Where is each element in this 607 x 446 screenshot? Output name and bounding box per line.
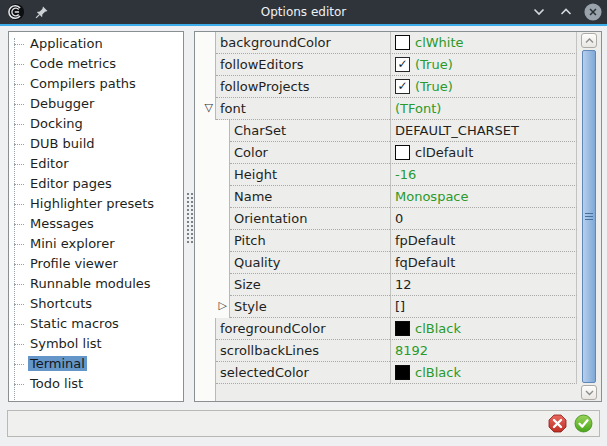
sidebar-item-docking[interactable]: Docking	[9, 114, 183, 134]
property-name: Name	[230, 186, 390, 208]
sidebar-item-terminal[interactable]: Terminal	[9, 354, 183, 374]
property-value-cell[interactable]: []	[390, 296, 577, 318]
property-row-Pitch[interactable]: PitchfpDefault	[195, 230, 581, 252]
property-row-followEditors[interactable]: followEditors✓(True)	[195, 54, 581, 76]
property-row-foregroundColor[interactable]: foregroundColorclBlack	[195, 318, 581, 340]
property-value-cell[interactable]: clBlack	[390, 318, 577, 340]
property-row-Size[interactable]: Size12	[195, 274, 581, 296]
collapse-triangle-icon[interactable]: ▽	[205, 101, 213, 115]
sidebar-item-todo-list[interactable]: Todo list	[9, 374, 183, 394]
sidebar-item-symbol-list[interactable]: Symbol list	[9, 334, 183, 354]
property-value-cell[interactable]: ✓(True)	[390, 54, 577, 76]
scrollbar-grip-icon	[585, 213, 593, 221]
maximize-chevron-up-icon[interactable]	[557, 3, 575, 21]
property-value-cell[interactable]: fqDefault	[390, 252, 577, 274]
sidebar-item-label: Editor	[28, 156, 70, 171]
sidebar-item-code-metrics[interactable]: Code metrics	[9, 54, 183, 74]
minimize-chevron-down-icon[interactable]	[530, 3, 548, 21]
property-row-Name[interactable]: NameMonospace	[195, 186, 581, 208]
sidebar-item-application[interactable]: Application	[9, 34, 183, 54]
property-name: followEditors	[216, 54, 390, 76]
sidebar-item-runnable-modules[interactable]: Runnable modules	[9, 274, 183, 294]
property-row-selectedColor[interactable]: selectedColorclBlack	[195, 362, 581, 384]
property-value-cell[interactable]: -16	[390, 164, 577, 186]
title-bar: Options editor	[0, 0, 607, 24]
sidebar-item-debugger[interactable]: Debugger	[9, 94, 183, 114]
row-indent-gutter	[195, 208, 230, 230]
property-value-cell[interactable]: clDefault	[390, 142, 577, 164]
property-name: Orientation	[230, 208, 390, 230]
property-value-text: clWhite	[415, 35, 464, 50]
property-name: Color	[230, 142, 390, 164]
sidebar-list: ApplicationCode metricsCompilers pathsDe…	[9, 32, 183, 394]
color-swatch	[395, 145, 410, 160]
sidebar-item-label: Debugger	[28, 96, 96, 111]
property-row-backgroundColor[interactable]: backgroundColorclWhite	[195, 32, 581, 54]
sidebar-item-compilers-paths[interactable]: Compilers paths	[9, 74, 183, 94]
property-value-text: clBlack	[415, 365, 461, 380]
sidebar-item-label: Static macros	[28, 316, 121, 331]
property-row-CharSet[interactable]: CharSetDEFAULT_CHARSET	[195, 120, 581, 142]
row-indent-gutter	[195, 142, 230, 164]
cancel-button[interactable]	[548, 414, 567, 433]
sidebar-item-editor-pages[interactable]: Editor pages	[9, 174, 183, 194]
sidebar-item-label: Editor pages	[28, 176, 114, 191]
property-value-text: DEFAULT_CHARSET	[395, 123, 519, 138]
sidebar-item-label: Mini explorer	[28, 236, 117, 251]
property-value-cell[interactable]: fpDefault	[390, 230, 577, 252]
vertical-scrollbar[interactable]	[581, 33, 597, 400]
sidebar-item-label: Application	[28, 36, 105, 51]
property-row-Orientation[interactable]: Orientation0	[195, 208, 581, 230]
property-name: backgroundColor	[216, 32, 390, 54]
property-value-cell[interactable]: Monospace	[390, 186, 577, 208]
sidebar-item-highlighter-presets[interactable]: Highlighter presets	[9, 194, 183, 214]
property-value-cell[interactable]: ✓(True)	[390, 76, 577, 98]
row-indent-gutter	[195, 186, 230, 208]
property-value-cell[interactable]: DEFAULT_CHARSET	[390, 120, 577, 142]
sidebar-item-profile-viewer[interactable]: Profile viewer	[9, 254, 183, 274]
property-value-cell[interactable]: 0	[390, 208, 577, 230]
property-name: foregroundColor	[216, 318, 390, 340]
property-row-Style[interactable]: ▷Style[]	[195, 296, 581, 318]
property-value-text: (True)	[415, 79, 453, 94]
accept-button[interactable]	[574, 414, 593, 433]
property-value-cell[interactable]: 8192	[390, 340, 577, 362]
scroll-down-button[interactable]	[581, 385, 597, 400]
sidebar-item-mini-explorer[interactable]: Mini explorer	[9, 234, 183, 254]
row-indent-gutter	[195, 76, 216, 98]
property-value-cell[interactable]: 12	[390, 274, 577, 296]
sidebar-item-shortcuts[interactable]: Shortcuts	[9, 294, 183, 314]
property-row-font[interactable]: ▽font(TFont)	[195, 98, 581, 120]
sidebar-item-label: Runnable modules	[28, 276, 153, 291]
checkbox-checked[interactable]: ✓	[395, 79, 410, 94]
property-value-cell[interactable]: clBlack	[390, 362, 577, 384]
property-value-cell[interactable]: (TFont)	[390, 98, 577, 120]
expand-triangle-icon[interactable]: ▷	[219, 299, 227, 313]
property-value-cell[interactable]: clWhite	[390, 32, 577, 54]
property-row-followProjects[interactable]: followProjects✓(True)	[195, 76, 581, 98]
close-button[interactable]	[584, 3, 602, 21]
checkbox-checked[interactable]: ✓	[395, 57, 410, 72]
property-row-Color[interactable]: ColorclDefault	[195, 142, 581, 164]
sidebar-item-static-macros[interactable]: Static macros	[9, 314, 183, 334]
sidebar-item-editor[interactable]: Editor	[9, 154, 183, 174]
property-value-text: []	[395, 299, 405, 314]
sidebar-item-dub-build[interactable]: DUB build	[9, 134, 183, 154]
property-value-text: 12	[395, 277, 412, 292]
scrollbar-thumb[interactable]	[582, 50, 596, 383]
sidebar-item-label: DUB build	[28, 136, 97, 151]
property-row-Height[interactable]: Height-16	[195, 164, 581, 186]
property-row-scrollbackLines[interactable]: scrollbackLines8192	[195, 340, 581, 362]
sidebar-item-messages[interactable]: Messages	[9, 214, 183, 234]
property-value-text: -16	[395, 167, 416, 182]
property-row-Quality[interactable]: QualityfqDefault	[195, 252, 581, 274]
scroll-up-button[interactable]	[581, 33, 597, 48]
row-indent-gutter	[195, 54, 216, 76]
property-name: Pitch	[230, 230, 390, 252]
row-indent-gutter	[195, 32, 216, 54]
empty-cell	[216, 384, 581, 401]
panel-splitter-handle[interactable]	[186, 192, 194, 244]
sidebar-item-label: Docking	[28, 116, 85, 131]
property-name: Style	[230, 296, 390, 318]
sidebar-item-label: Shortcuts	[28, 296, 94, 311]
